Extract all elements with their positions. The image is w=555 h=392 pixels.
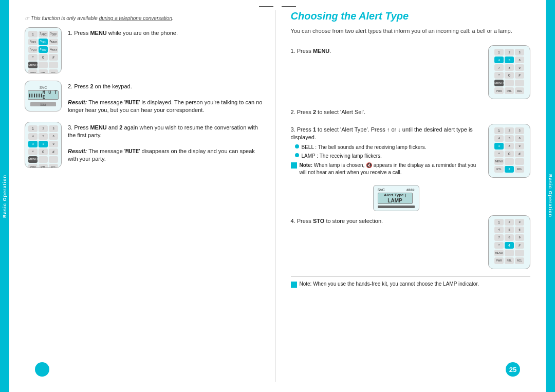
phone-alert-4: 1 2 3 4 5 6 7 8 9 * 4 # MENU bbox=[488, 215, 530, 269]
kc-5: 5 bbox=[505, 227, 514, 233]
key-3b: 3 bbox=[49, 125, 58, 132]
alert-title: Choosing the Alert Type bbox=[291, 10, 531, 22]
bullet-list: BELL : The bell sounds and the receiving… bbox=[295, 144, 483, 160]
alert-step-1: 1. Press MENU. 1 2 3 4 5 6 7 8 9 * 0 bbox=[291, 45, 531, 99]
kb-8: 8 bbox=[505, 143, 514, 150]
alert-step-2-text: 2. Press 2 to select 'Alert Sel'. bbox=[291, 106, 531, 116]
key-8: 8TUV bbox=[39, 46, 48, 53]
kc-rtl: RTL bbox=[505, 257, 514, 264]
key-nav2 bbox=[49, 62, 58, 68]
keypad-3: 1 2 3 4 5 6 3 3 9 * 0 # bbox=[28, 125, 58, 155]
nav-keys-1: MENU PWR RTL RCL bbox=[28, 62, 58, 73]
ka-0: 0 bbox=[505, 72, 514, 79]
kb-0: 0 bbox=[505, 151, 514, 157]
kc-s: * bbox=[494, 242, 504, 249]
ka-s: * bbox=[494, 72, 504, 79]
key-7: 7PQR bbox=[28, 46, 38, 53]
key-1b: 1 bbox=[28, 125, 38, 132]
phone-alert-1: 1 2 3 4 5 6 7 8 9 * 0 # MENU bbox=[488, 45, 530, 99]
keypad-a4: 1 2 3 4 5 6 7 8 9 * 4 # bbox=[494, 219, 524, 249]
bullet-lamp: LAMP : The receiving lamp flickers. bbox=[295, 153, 483, 160]
kc-7: 7 bbox=[494, 234, 504, 241]
ka-3: 3 bbox=[515, 49, 524, 55]
alert-screen-text: Alert Type | LAMP bbox=[378, 193, 413, 204]
ka-4: 4 bbox=[494, 57, 504, 63]
key-6b: 6 bbox=[49, 133, 58, 140]
key-menu: MENU bbox=[28, 62, 38, 68]
kb-5: 5 bbox=[505, 135, 514, 142]
kb-n2 bbox=[515, 158, 524, 165]
kb-rtl: 3 bbox=[505, 166, 514, 173]
key-1: 1 bbox=[28, 31, 38, 38]
bottom-note: Note: When you use the hands-free kit, y… bbox=[291, 276, 531, 288]
nav-a1: MENU PWR RTL RCL bbox=[494, 80, 524, 94]
kb-rcl: RCL bbox=[515, 166, 524, 173]
bottom-note-text: Note: When you use the hands-free kit, y… bbox=[300, 281, 479, 287]
key-0: 0 bbox=[39, 54, 48, 61]
page-number-left bbox=[35, 362, 49, 377]
key-8b: 3 bbox=[39, 141, 48, 147]
kc-8: 8 bbox=[505, 234, 514, 241]
key-9: 9WXY bbox=[49, 46, 58, 53]
kb-h: # bbox=[515, 151, 524, 157]
note-box-icon bbox=[291, 162, 297, 169]
key-nav3b bbox=[49, 156, 58, 163]
mute-note-italic: ☞ This function is only available during… bbox=[25, 15, 265, 21]
phone-image-3: 1 2 3 4 5 6 3 3 9 * 0 # MENU bbox=[25, 122, 62, 168]
kc-2: 2 bbox=[505, 219, 514, 226]
mute-step-3: 1 2 3 4 5 6 3 3 9 * 0 # MENU bbox=[25, 122, 265, 168]
kb-1: 1 bbox=[494, 127, 504, 134]
key-menu-3: MENU bbox=[28, 156, 38, 163]
kb-2: 2 bbox=[505, 127, 514, 134]
top-divider bbox=[259, 6, 296, 7]
key-9b: 9 bbox=[49, 141, 58, 147]
mute-step-2-text: 2. Press 2 on the keypad. Result: The me… bbox=[68, 81, 265, 115]
kb-s: * bbox=[494, 151, 504, 157]
phone-alert-3: 1 2 3 4 5 6 3 8 9 * 0 # MENU bbox=[488, 124, 530, 178]
mute-step-1-text: 1. Press MENU while you are on the phone… bbox=[68, 27, 265, 37]
divider-line-2 bbox=[282, 6, 296, 7]
key-3: 3DEF bbox=[49, 31, 58, 38]
alert-type-display: SVC#### Alert Type | LAMP bbox=[373, 185, 424, 211]
mute-step-3-text: 3. Press MENU and 2 again when you wish … bbox=[68, 122, 265, 163]
kc-rcl: RCL bbox=[515, 257, 524, 264]
kc-3: 3 bbox=[515, 219, 524, 226]
kb-pwr: RTL bbox=[494, 166, 504, 173]
alert-display-bar bbox=[378, 206, 415, 208]
kb-n1 bbox=[505, 158, 514, 165]
key-star: * bbox=[28, 54, 38, 61]
key-rtl: RTL bbox=[39, 69, 48, 73]
ka-rtl: RTL bbox=[505, 87, 514, 94]
keypad-1: 1 2ABC 3DEF 4GHI 5JKL 6MNO 7PQR 8TUV 9WX… bbox=[28, 31, 58, 61]
alert-step-3-text: 3. Press 1 to select 'Alert Type'. Press… bbox=[291, 124, 483, 176]
key-4b: 4 bbox=[28, 133, 38, 140]
key-starb: * bbox=[28, 148, 38, 155]
phone-image-1: 1 2ABC 3DEF 4GHI 5JKL 6MNO 7PQR 8TUV 9WX… bbox=[25, 27, 62, 73]
alert-intro: You can choose from two alert types that… bbox=[291, 27, 531, 35]
key-2b: 2 bbox=[39, 125, 48, 132]
key-hash: # bbox=[49, 54, 58, 61]
note-box: Note: When lamp is chosen, 🔇 appears in … bbox=[291, 162, 483, 176]
ka-n1 bbox=[505, 80, 514, 86]
left-page: ☞ This function is only available during… bbox=[25, 10, 275, 382]
kc-n2 bbox=[515, 250, 524, 256]
kc-9: 9 bbox=[515, 234, 524, 241]
kc-h: # bbox=[515, 242, 524, 249]
key-rcl3: RCL bbox=[49, 164, 58, 168]
mute-step-1: 1 2ABC 3DEF 4GHI 5JKL 6MNO 7PQR 8TUV 9WX… bbox=[25, 27, 265, 73]
keypad-a1: 1 2 3 4 5 6 7 8 9 * 0 # bbox=[494, 49, 524, 79]
ka-1: 1 bbox=[494, 49, 504, 55]
kc-pwr: PWR bbox=[494, 257, 504, 264]
ka-6: 6 bbox=[515, 57, 524, 63]
kc-6: 6 bbox=[515, 227, 524, 233]
bullet-cyan-1 bbox=[295, 144, 299, 148]
ka-2: 2 bbox=[505, 49, 514, 55]
mute-screen-display: ▐▐▐▐▐▐ M U T E bbox=[28, 90, 59, 100]
ka-pwr: PWR bbox=[494, 87, 504, 94]
key-nav1 bbox=[39, 62, 48, 68]
key-4: 4GHI bbox=[28, 39, 38, 45]
kb-6: 6 bbox=[515, 135, 524, 142]
key-2: 2ABC bbox=[39, 31, 48, 38]
phone-screen-mute: SVC ▐▐▐▐▐▐ M U T E ### bbox=[25, 81, 62, 111]
kc-menu: MENU bbox=[494, 250, 504, 256]
